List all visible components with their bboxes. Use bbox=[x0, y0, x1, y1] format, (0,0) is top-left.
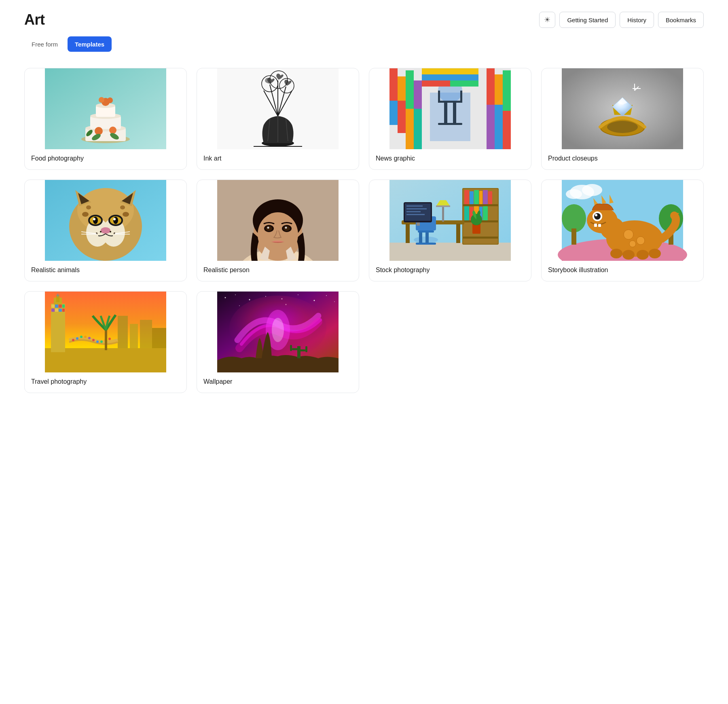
card-stock-photography[interactable]: Stock photography bbox=[369, 180, 531, 281]
svg-rect-116 bbox=[463, 237, 498, 239]
svg-rect-136 bbox=[418, 230, 434, 233]
card-stock-photography-label: Stock photography bbox=[369, 261, 531, 274]
svg-rect-43 bbox=[503, 111, 511, 149]
header-actions: ☀ Getting Started History Bookmarks bbox=[539, 12, 704, 28]
svg-rect-35 bbox=[398, 101, 406, 133]
svg-point-78 bbox=[113, 217, 118, 224]
svg-point-77 bbox=[93, 217, 98, 224]
card-food-photography[interactable]: Food photography bbox=[24, 68, 187, 170]
svg-point-172 bbox=[595, 214, 597, 216]
svg-point-166 bbox=[637, 250, 649, 260]
svg-rect-192 bbox=[62, 304, 65, 308]
svg-rect-118 bbox=[470, 191, 474, 204]
svg-point-161 bbox=[624, 230, 633, 239]
svg-rect-132 bbox=[406, 224, 410, 243]
svg-rect-36 bbox=[406, 109, 414, 149]
svg-point-88 bbox=[110, 231, 111, 233]
svg-rect-52 bbox=[438, 91, 440, 103]
svg-rect-48 bbox=[438, 101, 462, 103]
card-wallpaper-image bbox=[197, 292, 359, 372]
tab-free-form[interactable]: Free form bbox=[24, 36, 65, 52]
getting-started-button[interactable]: Getting Started bbox=[559, 12, 616, 28]
svg-point-216 bbox=[326, 295, 327, 296]
svg-point-10 bbox=[107, 97, 113, 103]
svg-rect-117 bbox=[464, 190, 469, 204]
svg-rect-133 bbox=[456, 224, 460, 243]
card-realistic-person[interactable]: Realistic person bbox=[197, 180, 359, 281]
svg-point-82 bbox=[82, 212, 89, 217]
card-travel-photography-label: Travel photography bbox=[25, 372, 186, 385]
svg-point-80 bbox=[113, 218, 116, 220]
theme-toggle-button[interactable]: ☀ bbox=[539, 12, 555, 28]
svg-point-108 bbox=[267, 227, 269, 229]
card-stock-photography-image bbox=[369, 180, 531, 261]
svg-point-11 bbox=[95, 127, 103, 135]
svg-point-109 bbox=[285, 227, 287, 229]
svg-point-211 bbox=[249, 299, 250, 300]
svg-point-202 bbox=[92, 339, 95, 341]
svg-rect-147 bbox=[406, 211, 421, 212]
svg-point-87 bbox=[100, 231, 102, 233]
card-realistic-person-label: Realistic person bbox=[197, 261, 359, 274]
card-product-closeups-image bbox=[542, 68, 703, 149]
svg-point-81 bbox=[101, 227, 110, 234]
template-grid: Food photography bbox=[24, 68, 704, 393]
svg-point-85 bbox=[120, 205, 125, 209]
svg-rect-119 bbox=[474, 190, 479, 204]
card-realistic-animals-image bbox=[25, 180, 186, 261]
svg-point-201 bbox=[88, 337, 91, 339]
card-wallpaper[interactable]: Wallpaper bbox=[197, 291, 359, 393]
svg-point-9 bbox=[99, 97, 104, 103]
card-ink-art[interactable]: Ink art bbox=[197, 68, 359, 170]
svg-point-83 bbox=[123, 212, 129, 217]
svg-rect-181 bbox=[130, 324, 138, 348]
svg-rect-49 bbox=[444, 103, 447, 123]
svg-point-156 bbox=[562, 204, 586, 233]
svg-rect-121 bbox=[483, 190, 488, 204]
svg-rect-47 bbox=[450, 80, 478, 87]
svg-rect-140 bbox=[442, 206, 444, 222]
svg-rect-174 bbox=[598, 224, 601, 227]
svg-rect-50 bbox=[453, 103, 456, 123]
bookmarks-button[interactable]: Bookmarks bbox=[658, 12, 704, 28]
svg-rect-137 bbox=[419, 233, 422, 243]
card-storybook-illustration-image bbox=[542, 180, 703, 261]
svg-point-206 bbox=[108, 338, 111, 340]
svg-rect-40 bbox=[503, 70, 511, 111]
svg-point-164 bbox=[610, 249, 622, 258]
svg-rect-189 bbox=[51, 304, 55, 308]
card-wallpaper-label: Wallpaper bbox=[197, 372, 359, 385]
svg-rect-226 bbox=[299, 349, 305, 351]
history-button[interactable]: History bbox=[620, 12, 654, 28]
card-news-graphic[interactable]: News graphic bbox=[369, 68, 531, 170]
svg-rect-193 bbox=[51, 309, 55, 312]
svg-point-204 bbox=[100, 340, 103, 343]
svg-point-162 bbox=[637, 237, 645, 245]
svg-rect-224 bbox=[292, 348, 298, 350]
svg-rect-138 bbox=[425, 233, 429, 243]
card-ink-art-image bbox=[197, 68, 359, 149]
card-storybook-illustration[interactable]: Storybook illustration bbox=[541, 180, 704, 281]
svg-rect-182 bbox=[140, 320, 152, 348]
card-travel-photography[interactable]: Travel photography bbox=[24, 291, 187, 393]
card-storybook-illustration-label: Storybook illustration bbox=[542, 261, 703, 274]
card-realistic-animals[interactable]: Realistic animals bbox=[24, 180, 187, 281]
svg-rect-190 bbox=[55, 304, 58, 308]
card-ink-art-label: Ink art bbox=[197, 149, 359, 162]
svg-rect-38 bbox=[487, 68, 495, 105]
svg-rect-31 bbox=[398, 76, 406, 101]
svg-rect-195 bbox=[59, 309, 62, 312]
svg-rect-194 bbox=[55, 309, 58, 312]
svg-rect-114 bbox=[463, 204, 498, 206]
svg-point-106 bbox=[266, 226, 272, 231]
svg-point-198 bbox=[76, 337, 78, 340]
svg-point-171 bbox=[594, 213, 601, 220]
svg-rect-183 bbox=[152, 328, 166, 348]
card-product-closeups[interactable]: Product closeups bbox=[541, 68, 704, 170]
svg-point-12 bbox=[109, 127, 116, 134]
svg-rect-191 bbox=[59, 304, 62, 308]
svg-rect-42 bbox=[495, 105, 503, 149]
svg-rect-33 bbox=[414, 80, 422, 109]
svg-rect-34 bbox=[389, 101, 398, 125]
tab-templates[interactable]: Templates bbox=[68, 36, 112, 52]
